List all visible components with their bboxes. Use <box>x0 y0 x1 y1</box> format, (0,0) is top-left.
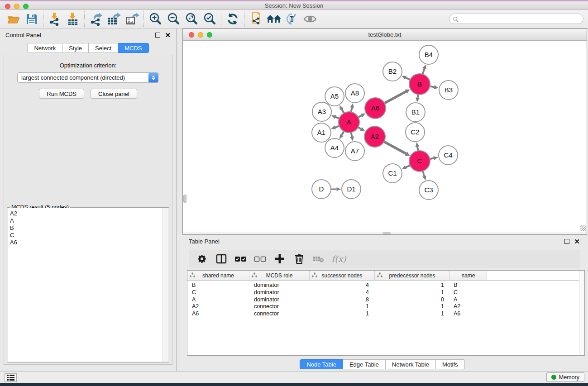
table-row[interactable]: C dominator 4 1 C <box>187 289 584 296</box>
graph-edge-A2-C[interactable] <box>383 142 406 154</box>
column-header-name[interactable]: name <box>450 271 487 280</box>
cell-shared-name[interactable]: C <box>187 289 249 296</box>
graph-node-A8[interactable]: A8 <box>345 84 364 103</box>
result-list-scrollbar[interactable] <box>163 208 168 362</box>
cell-shared-name[interactable]: A <box>187 296 249 304</box>
list-item[interactable]: A2 <box>8 210 168 217</box>
minimize-window-button[interactable] <box>14 4 19 9</box>
graphics-details-button[interactable] <box>283 11 301 27</box>
function-builder-button[interactable]: f(x) <box>330 252 346 266</box>
network-horizontal-scrollbar[interactable] <box>382 232 391 234</box>
graph-node-B[interactable]: B <box>409 74 430 95</box>
cell-shared-name[interactable]: B <box>187 282 249 289</box>
cell-successor-nodes[interactable]: 4 <box>310 282 375 289</box>
graph-node-C3[interactable]: C3 <box>419 181 438 200</box>
cell-successor-nodes[interactable]: 1 <box>310 303 375 310</box>
criterion-select[interactable]: largest connected component (directed) <box>17 72 159 83</box>
export-network-button[interactable] <box>87 11 105 27</box>
tab-mcds[interactable]: MCDS <box>118 43 148 53</box>
graph-node-C4[interactable]: C4 <box>439 146 458 165</box>
graph-node-A6[interactable]: A6 <box>365 98 386 119</box>
open-session-button[interactable] <box>5 11 23 27</box>
network-canvas[interactable]: B4B2BB3A8A5A6B1A3AA1C2A2A4A7C4CC1C3DD1 <box>183 41 587 234</box>
cell-mcds-role[interactable]: dominator <box>249 282 310 289</box>
zoom-fit-button[interactable] <box>182 11 201 27</box>
list-item[interactable]: A <box>8 217 168 224</box>
graph-node-C1[interactable]: C1 <box>383 164 402 183</box>
tab-motifs[interactable]: Motifs <box>436 359 465 369</box>
list-item[interactable]: B <box>8 224 168 232</box>
resize-grip[interactable] <box>580 225 586 231</box>
float-panel-icon[interactable] <box>155 33 160 38</box>
cell-name[interactable]: C <box>450 289 487 296</box>
refresh-layout-button[interactable] <box>224 11 242 27</box>
graph-node-A4[interactable]: A4 <box>325 138 344 157</box>
network-close-button[interactable] <box>189 32 194 38</box>
float-table-panel-icon[interactable] <box>564 239 569 244</box>
graph-node-B4[interactable]: B4 <box>419 45 438 64</box>
delete-column-button[interactable] <box>291 252 307 266</box>
cell-name[interactable]: A2 <box>450 303 487 310</box>
graph-node-C[interactable]: C <box>409 151 430 172</box>
run-mcds-button[interactable]: Run MCDS <box>39 89 84 99</box>
cell-mcds-role[interactable]: dominator <box>249 296 310 304</box>
tab-select[interactable]: Select <box>89 43 118 53</box>
zoom-in-button[interactable] <box>146 11 164 27</box>
tab-network-table[interactable]: Network Table <box>386 359 436 369</box>
cell-predecessor-nodes[interactable]: 0 <box>375 296 450 304</box>
cell-predecessor-nodes[interactable]: 1 <box>375 310 450 318</box>
split-table-button[interactable] <box>213 252 229 266</box>
graph-node-A1[interactable]: A1 <box>312 123 331 142</box>
list-item[interactable]: A6 <box>8 239 168 246</box>
tab-network[interactable]: Network <box>27 43 62 53</box>
mcds-result-list[interactable]: A2 A B C A6 <box>8 208 168 362</box>
tab-node-table[interactable]: Node Table <box>300 359 343 369</box>
close-window-button[interactable] <box>5 4 10 9</box>
import-table-button[interactable] <box>64 11 82 27</box>
column-header-mcds-role[interactable]: MCDS role <box>249 271 310 280</box>
list-item[interactable]: C <box>8 232 168 239</box>
cell-successor-nodes[interactable]: 4 <box>310 289 375 296</box>
graph-node-A5[interactable]: A5 <box>325 87 344 106</box>
cell-successor-nodes[interactable]: 8 <box>310 296 375 304</box>
network-minimize-button[interactable] <box>198 32 203 38</box>
column-header-shared-name[interactable]: shared name <box>187 271 249 280</box>
cell-name[interactable]: B <box>450 282 487 289</box>
add-column-button[interactable] <box>271 252 288 266</box>
close-panel-button[interactable]: Close panel <box>91 89 137 99</box>
cell-name[interactable]: A <box>450 296 487 304</box>
close-table-panel-icon[interactable]: ✕ <box>574 239 580 244</box>
cell-mcds-role[interactable]: connector <box>249 303 310 310</box>
search-field[interactable] <box>449 14 583 24</box>
cell-shared-name[interactable]: A2 <box>187 303 249 310</box>
column-header-successor-nodes[interactable]: successor nodes <box>310 271 375 280</box>
delete-table-button[interactable] <box>310 252 327 266</box>
cell-name[interactable]: A6 <box>450 310 487 318</box>
column-header-predecessor-nodes[interactable]: predecessor nodes <box>375 271 450 280</box>
search-input[interactable] <box>460 16 583 22</box>
deselect-all-button[interactable] <box>252 252 268 266</box>
close-panel-icon[interactable]: ✕ <box>165 33 171 38</box>
cell-predecessor-nodes[interactable]: 1 <box>375 289 450 296</box>
home-button[interactable] <box>265 11 283 27</box>
tab-edge-table[interactable]: Edge Table <box>343 359 386 369</box>
graph-edge-B-B4[interactable] <box>422 69 424 75</box>
graph-node-C2[interactable]: C2 <box>406 123 425 142</box>
save-session-button[interactable] <box>23 11 41 27</box>
cell-successor-nodes[interactable]: 1 <box>310 310 375 318</box>
zoom-out-button[interactable] <box>164 11 182 27</box>
graph-node-B2[interactable]: B2 <box>383 62 402 81</box>
table-row[interactable]: B dominator 4 1 B <box>187 282 584 289</box>
select-all-button[interactable] <box>232 252 249 266</box>
export-image-button[interactable] <box>123 11 141 27</box>
graph-node-B1[interactable]: B1 <box>406 103 425 122</box>
graph-node-D1[interactable]: D1 <box>342 180 361 199</box>
first-neighbors-button[interactable] <box>247 11 265 27</box>
graph-node-A[interactable]: A <box>339 112 359 133</box>
import-network-button[interactable] <box>46 11 64 27</box>
birds-eye-button[interactable] <box>301 11 319 27</box>
cell-mcds-role[interactable]: dominator <box>249 289 310 296</box>
zoom-window-button[interactable] <box>23 4 29 9</box>
cell-shared-name[interactable]: A6 <box>187 310 249 318</box>
graph-node-A2[interactable]: A2 <box>364 126 385 147</box>
